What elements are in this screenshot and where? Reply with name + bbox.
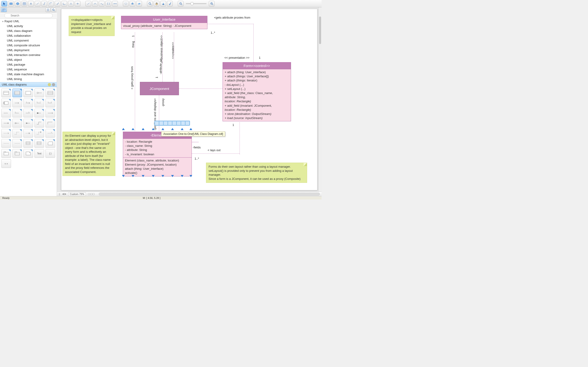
rect-tool-button[interactable]	[8, 1, 14, 6]
search-toggle-icon[interactable]	[51, 8, 56, 12]
palette-shape[interactable]	[23, 119, 33, 127]
palette-shape[interactable]	[12, 89, 22, 97]
palette-shape[interactable]	[1, 109, 11, 117]
class-form[interactable]: Form<<control>> + attach (thing: User_in…	[223, 62, 291, 121]
tree-item[interactable]: UML collaboration	[0, 33, 57, 38]
palette-shape[interactable]: « »	[1, 159, 11, 168]
selection-handle[interactable]	[122, 128, 125, 130]
arc-tool-button[interactable]	[92, 1, 98, 6]
selection-handle[interactable]	[152, 175, 155, 177]
ctx-btn[interactable]	[177, 121, 181, 125]
selection-handle[interactable]	[181, 175, 183, 177]
palette-shape[interactable]: 1..	[12, 109, 22, 117]
ctx-btn[interactable]	[185, 121, 190, 125]
palette-shape[interactable]: 1..	[23, 109, 33, 117]
stamp-tool-button[interactable]	[160, 1, 166, 6]
palette-shape[interactable]: { }	[45, 149, 55, 158]
class-element[interactable]: -Element - location: Rectangle - class_n…	[123, 132, 192, 176]
polygon-tool-button[interactable]	[123, 1, 129, 6]
diagram-canvas[interactable]: <<displayable>>objects implement User_in…	[61, 9, 317, 190]
tree-item[interactable]: UML object	[0, 57, 57, 62]
tree-header[interactable]: Rapid UML	[0, 19, 57, 24]
selection-handle[interactable]	[122, 175, 125, 177]
palette-shape[interactable]	[1, 89, 11, 97]
ellipse-tool-button[interactable]	[15, 1, 20, 6]
selection-handle[interactable]	[171, 128, 174, 130]
palette-shape[interactable]	[23, 149, 33, 158]
palette-shape[interactable]	[12, 149, 22, 158]
palette-shape[interactable]	[12, 99, 22, 107]
palette-shape[interactable]	[35, 109, 44, 117]
palette-shape[interactable]	[45, 109, 55, 117]
zoom-out-button[interactable]	[178, 1, 183, 6]
note-element[interactable]: An Element can display a proxy for an ab…	[62, 132, 115, 176]
cloud-tool-button[interactable]	[136, 1, 142, 6]
ctx-btn[interactable]	[168, 121, 172, 125]
palette-shape[interactable]	[35, 119, 44, 127]
palette-shape[interactable]	[1, 99, 11, 107]
palette-shape[interactable]	[1, 149, 11, 158]
ctx-btn[interactable]	[155, 121, 159, 125]
palette-shape[interactable]	[35, 129, 44, 138]
vertical-scrollbar[interactable]	[318, 7, 321, 193]
context-toolbar[interactable]	[154, 121, 190, 126]
ctx-btn[interactable]	[164, 121, 168, 125]
note-displayable[interactable]: <<displayable>>objects implement User_in…	[69, 16, 115, 36]
selection-handle[interactable]	[152, 128, 155, 130]
selection-handle[interactable]	[132, 175, 134, 177]
connector5-button[interactable]	[61, 1, 67, 6]
palette-shape[interactable]: Text	[35, 149, 44, 158]
palette-shape[interactable]	[45, 139, 55, 148]
palette-shape[interactable]	[35, 89, 44, 97]
tree-item[interactable]: UML activity	[0, 24, 57, 28]
dropper-tool-button[interactable]	[167, 1, 173, 6]
palette-min-icon[interactable]	[48, 83, 51, 86]
table-tool-button[interactable]	[21, 1, 27, 6]
connector4-button[interactable]	[55, 1, 61, 6]
selection-handle[interactable]	[142, 128, 145, 130]
tree-item[interactable]: UML component	[0, 38, 57, 43]
tree-item[interactable]: UML timing	[0, 77, 57, 81]
library-tab-icon[interactable]	[1, 8, 7, 12]
palette-shape[interactable]	[1, 119, 11, 127]
tree-item[interactable]: UML state machine diagram	[0, 72, 57, 77]
connector3-button[interactable]	[48, 1, 54, 6]
palette-shape[interactable]	[1, 129, 11, 138]
line-tool-button[interactable]	[86, 1, 91, 6]
palette-shape[interactable]	[23, 129, 33, 138]
selection-handle[interactable]	[132, 128, 134, 130]
tree-item[interactable]: UML deployment	[0, 48, 57, 52]
selection-handle[interactable]	[162, 175, 164, 177]
selection-handle[interactable]	[190, 175, 192, 177]
text-tool-button[interactable]: A	[28, 1, 34, 6]
curve-tool-button[interactable]	[99, 1, 104, 6]
selection-handle[interactable]	[181, 128, 183, 130]
list-view-icon[interactable]	[45, 8, 51, 12]
palette-shape[interactable]	[35, 139, 44, 148]
palette-close-icon[interactable]	[52, 83, 55, 86]
palette-shape[interactable]	[12, 129, 22, 138]
selection-handle[interactable]	[142, 175, 145, 177]
ctx-btn[interactable]	[172, 121, 176, 125]
connector7-button[interactable]	[75, 1, 80, 6]
palette-shape[interactable]: 1	[23, 99, 33, 107]
connector6-button[interactable]	[68, 1, 74, 6]
palette-shape[interactable]	[12, 139, 22, 148]
zoom-in-button[interactable]	[209, 1, 215, 6]
pointer-tool-button[interactable]	[1, 1, 7, 6]
palette-shape[interactable]: 1..	[45, 129, 55, 138]
zoom-slider[interactable]	[186, 3, 207, 4]
star-tool-button[interactable]	[130, 1, 135, 6]
palette-shape[interactable]	[1, 139, 11, 148]
connector2-button[interactable]	[41, 1, 47, 6]
dimension-tool-button[interactable]	[112, 1, 118, 6]
hand-tool-button[interactable]	[154, 1, 159, 6]
palette-shape[interactable]: 1*	[35, 99, 44, 107]
palette-shape[interactable]	[45, 89, 55, 97]
ctx-btn[interactable]	[181, 121, 185, 125]
palette-shape[interactable]	[45, 119, 55, 127]
zoom-value[interactable]: Custom 79%	[68, 192, 86, 196]
palette-shape[interactable]	[12, 119, 22, 127]
tree-item[interactable]: UML class diagram	[0, 28, 57, 33]
tree-item[interactable]: UML package	[0, 62, 57, 67]
